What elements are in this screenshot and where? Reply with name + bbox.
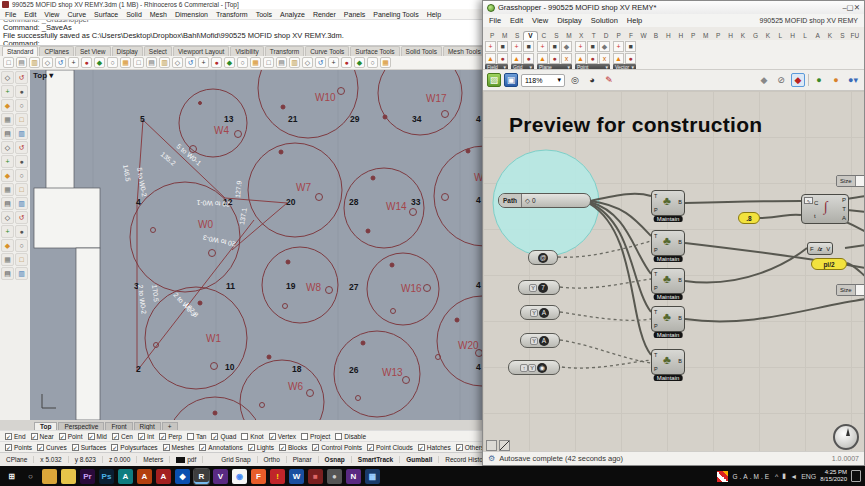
palette-component-icon[interactable]: ◆	[599, 41, 610, 52]
taskbar-icon-access[interactable]: A	[156, 469, 171, 484]
osnap-knot[interactable]: Knot	[241, 433, 263, 440]
sidebar-tool-icon[interactable]: +	[1, 85, 14, 98]
osnap-disable[interactable]: Disable	[335, 433, 366, 440]
status-x[interactable]: x 5.032	[34, 456, 68, 463]
viewport-title-menu[interactable]: Top ▾	[33, 71, 53, 80]
taskbar-icon-file-explorer[interactable]	[42, 469, 57, 484]
canvas-sketch-widget[interactable]	[499, 440, 510, 451]
status-z[interactable]: z 0.000	[103, 456, 137, 463]
sidebar-tool-icon[interactable]: ▤	[1, 197, 14, 210]
maximize-button[interactable]: ▢	[847, 3, 854, 12]
gh-category-tab-12[interactable]: W	[637, 32, 649, 40]
palette-component-icon[interactable]: ◆	[561, 41, 572, 52]
rhino-command-history[interactable]: Command: _GrasshopperCommand: _SaveAsFil…	[0, 20, 482, 46]
taskbar-icon-premiere[interactable]: Pr	[80, 469, 95, 484]
palette-component-icon[interactable]: +	[537, 41, 548, 52]
palette-component-icon[interactable]: ●	[587, 53, 598, 64]
toolbar-icon[interactable]: ○	[367, 57, 378, 68]
sidebar-tool-icon[interactable]: ▦	[1, 253, 14, 266]
osnap-end[interactable]: ✓End	[5, 433, 26, 440]
preview-eye-button[interactable]: ◕	[585, 73, 599, 87]
toolbar-icon[interactable]: ▥	[159, 57, 170, 68]
rhino-toolbar-tab-curve-tools[interactable]: Curve Tools	[305, 46, 349, 56]
taskbar-icon-dark-red-app[interactable]: ■	[308, 469, 323, 484]
sidebar-tool-icon[interactable]: ●	[15, 155, 28, 168]
rhino-toolbar-tab-cplanes[interactable]: CPlanes	[39, 46, 74, 56]
sidebar-tool-icon[interactable]: ◆	[1, 99, 14, 112]
gh-category-tab-21[interactable]: G	[749, 32, 761, 40]
taskbar-icon-autodesk-app[interactable]: A	[118, 469, 133, 484]
gh-category-tab-17[interactable]: M	[699, 32, 711, 40]
toolbar-icon[interactable]: □	[3, 57, 14, 68]
rhino-menu-transform[interactable]: Transform	[216, 11, 248, 18]
taskbar-icon-photoshop[interactable]: Ps	[99, 469, 114, 484]
viewport-tab-front[interactable]: Front	[105, 422, 132, 430]
notification-center-icon[interactable]	[851, 470, 861, 482]
palette-component-icon[interactable]: ●	[497, 53, 508, 64]
gh-category-tab-26[interactable]: A	[811, 32, 823, 40]
evaluate-component[interactable]: ∿CtPTA∫	[801, 194, 849, 224]
status-toggle-planar[interactable]: Planar	[287, 456, 319, 463]
palette-component-icon[interactable]: ■	[549, 41, 560, 52]
palette-component-icon[interactable]: +	[575, 41, 586, 52]
rhino-menu-help[interactable]: Help	[427, 11, 441, 18]
taskbar-icon-cortana-search[interactable]: ○	[23, 469, 38, 484]
sidebar-tool-icon[interactable]: □	[15, 183, 28, 196]
taskbar-icon-pdf-app[interactable]: F	[251, 469, 266, 484]
gh-category-tab-2[interactable]: S	[511, 32, 523, 40]
palette-component-icon[interactable]: ■	[587, 41, 598, 52]
taskbar-icon-word[interactable]: W	[289, 469, 304, 484]
toolbar-icon[interactable]: ○	[107, 57, 118, 68]
palette-component-icon[interactable]: +	[613, 41, 624, 52]
rhino-menu-solid[interactable]: Solid	[126, 11, 142, 18]
palette-component-icon[interactable]: ▲	[511, 53, 522, 64]
gh-category-tab-4[interactable]: C	[538, 32, 550, 40]
tray-volume-icon[interactable]: ◄	[790, 473, 797, 480]
zoom-select[interactable]: 118% ▾	[521, 74, 565, 87]
osnap-point[interactable]: ✓Point	[59, 433, 83, 440]
sidebar-tool-icon[interactable]: ▥	[15, 197, 28, 210]
maintain-component-3[interactable]: TPB♣Maintain	[651, 306, 685, 332]
canvas-compass-widget[interactable]	[833, 424, 859, 450]
tray-language[interactable]: ENG	[801, 473, 816, 480]
filter-curves[interactable]: ✓Curves	[37, 444, 67, 451]
taskbar-icon-visual-studio[interactable]: V	[213, 469, 228, 484]
palette-component-icon[interactable]: ▲	[485, 53, 496, 64]
filter-blocks[interactable]: ✓Blocks	[279, 444, 307, 451]
maintain-component-0[interactable]: TPB♣Maintain	[651, 190, 685, 216]
sidebar-tool-icon[interactable]: ●	[15, 85, 28, 98]
palette-component-icon[interactable]: ■	[625, 41, 636, 52]
gh-category-tab-24[interactable]: H	[787, 32, 799, 40]
status-toggle-osnap[interactable]: Osnap	[319, 456, 352, 463]
rhino-toolbar-tab-display[interactable]: Display	[112, 46, 143, 56]
rhino-toolbar-tab-viewport-layout[interactable]: Viewport Layout	[173, 46, 230, 56]
palette-component-icon[interactable]: ■	[523, 41, 534, 52]
sidebar-tool-icon[interactable]: ▦	[1, 183, 14, 196]
gh-category-tab-8[interactable]: T	[588, 32, 600, 40]
gh-category-tab-14[interactable]: H	[662, 32, 674, 40]
rhino-toolbar-tab-set-view[interactable]: Set View	[75, 46, 111, 56]
sidebar-tool-icon[interactable]: ▤	[1, 127, 14, 140]
filter-surfaces[interactable]: ✓Surfaces	[72, 444, 107, 451]
taskbar-icon-chrome[interactable]: ◉	[232, 469, 247, 484]
rhino-menu-curve[interactable]: Curve	[67, 11, 86, 18]
sidebar-tool-icon[interactable]: ○	[15, 99, 28, 112]
sidebar-tool-icon[interactable]: ◇	[1, 71, 14, 84]
rhino-menu-tools[interactable]: Tools	[256, 11, 272, 18]
sidebar-tool-icon[interactable]: ●	[15, 225, 28, 238]
palette-component-icon[interactable]: ▲	[537, 53, 548, 64]
gh-menu-edit[interactable]: Edit	[510, 16, 523, 25]
param-capsule-3[interactable]: YA	[520, 333, 560, 348]
toolbar-icon[interactable]: ◆	[224, 57, 235, 68]
sidebar-tool-icon[interactable]: ↺	[15, 211, 28, 224]
toolbar-icon[interactable]: ▤	[276, 57, 287, 68]
toolbar-icon[interactable]: ◇	[42, 57, 53, 68]
preview-wire-gem-button[interactable]: ◆	[757, 73, 771, 87]
filter-lights[interactable]: ✓Lights	[248, 444, 274, 451]
gh-category-tab-5[interactable]: S	[550, 32, 562, 40]
gh-menu-solution[interactable]: Solution	[591, 16, 618, 25]
filter-annotations[interactable]: ✓Annotations	[199, 444, 242, 451]
palette-component-icon[interactable]: ▲	[575, 53, 586, 64]
taskbar-icon-start-button[interactable]: ⊞	[4, 469, 19, 484]
viewport-tab-right[interactable]: Right	[134, 422, 161, 430]
